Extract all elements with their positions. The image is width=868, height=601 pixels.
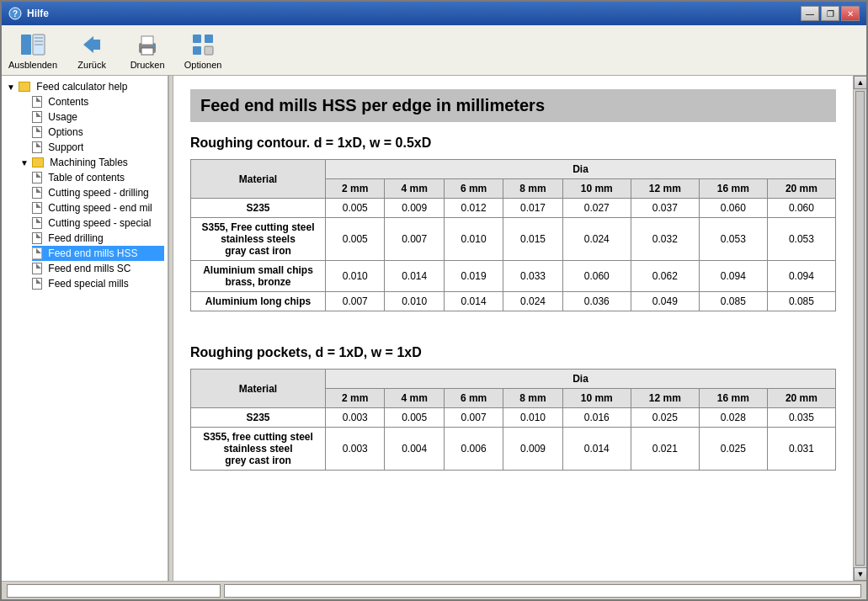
value-cell: 0.017 xyxy=(503,199,562,218)
toc-doc-icon xyxy=(32,172,42,183)
tree-item-usage[interactable]: Usage xyxy=(19,109,164,125)
value-cell: 0.009 xyxy=(385,199,444,218)
section-2-heading: Roughing pockets, d = 1xD, w = 1xD xyxy=(190,345,836,360)
root-label: Feed calculator help xyxy=(36,81,127,93)
value-cell: 0.025 xyxy=(631,408,699,428)
value-cell: 0.036 xyxy=(562,292,631,311)
col-header: 12 mm xyxy=(631,389,699,408)
scroll-up-button[interactable]: ▲ xyxy=(854,76,866,89)
value-cell: 0.010 xyxy=(503,408,562,428)
optionen-label: Optionen xyxy=(184,60,222,70)
tree-item-feed-end-hss[interactable]: Feed end mills HSS xyxy=(32,246,164,261)
drucken-label: Drucken xyxy=(130,60,165,70)
col-header: 12 mm xyxy=(631,179,699,199)
options-label: Options xyxy=(48,126,83,138)
svg-rect-14 xyxy=(205,35,213,43)
zurueck-button[interactable]: Zurück xyxy=(71,31,113,70)
value-cell: 0.007 xyxy=(326,292,385,311)
scroll-down-button[interactable]: ▼ xyxy=(854,567,866,581)
tree-item-table-contents[interactable]: Table of contents xyxy=(32,170,164,185)
zurueck-label: Zurück xyxy=(77,60,106,70)
tree-item-feed-end-sc[interactable]: Feed end mills SC xyxy=(32,261,164,276)
contents-doc-icon xyxy=(32,96,42,108)
tree-root[interactable]: ▼ Feed calculator help xyxy=(5,79,164,94)
tree-item-feed-drilling[interactable]: Feed drilling xyxy=(32,231,164,246)
value-cell: 0.004 xyxy=(385,428,444,471)
minimize-button[interactable]: — xyxy=(801,6,819,21)
tree-item-contents[interactable]: Contents xyxy=(19,94,164,109)
value-cell: 0.060 xyxy=(767,199,835,218)
drucken-button[interactable]: Drucken xyxy=(126,31,168,70)
toc-label: Table of contents xyxy=(48,172,125,183)
value-cell: 0.085 xyxy=(699,292,767,311)
root-folder-icon xyxy=(19,82,30,92)
section-1-heading: Roughing contour. d = 1xD, w = 0.5xD xyxy=(190,136,836,151)
material-cell: S235 xyxy=(191,199,326,218)
material-cell: S235 xyxy=(191,408,326,428)
main-window: ? Hilfe — ❐ ✕ Ausblenden xyxy=(0,0,868,601)
value-cell: 0.060 xyxy=(562,261,631,292)
main-area: ▼ Feed calculator help Contents Usage xyxy=(2,76,866,581)
root-toggle[interactable]: ▼ xyxy=(5,81,17,93)
statusbar-part-1 xyxy=(7,584,221,598)
tree-item-feed-special[interactable]: Feed special mills xyxy=(32,276,164,291)
value-cell: 0.028 xyxy=(699,408,767,428)
value-cell: 0.019 xyxy=(444,261,503,292)
optionen-icon xyxy=(189,31,216,58)
col-header: 16 mm xyxy=(699,389,767,408)
feed-end-hss-icon xyxy=(32,247,42,259)
tree-item-cutting-end[interactable]: Cutting speed - end mil xyxy=(32,200,164,215)
tree-panel: ▼ Feed calculator help Contents Usage xyxy=(2,76,168,581)
close-button[interactable]: ✕ xyxy=(841,6,860,21)
col-header: 20 mm xyxy=(767,389,835,408)
contents-label: Contents xyxy=(48,96,88,108)
ausblenden-icon xyxy=(19,31,46,58)
value-cell: 0.014 xyxy=(385,261,444,292)
tree-item-cutting-special[interactable]: Cutting speed - special xyxy=(32,215,164,231)
ausblenden-button[interactable]: Ausblenden xyxy=(8,31,57,70)
svg-rect-16 xyxy=(205,46,213,55)
scrollbar: ▲ ▼ xyxy=(853,76,866,581)
options-spacer xyxy=(19,126,30,138)
value-cell: 0.010 xyxy=(444,218,503,261)
machining-toggle[interactable]: ▼ xyxy=(19,157,30,168)
support-label: Support xyxy=(48,141,83,153)
title-bar-left: ? Hilfe xyxy=(8,7,49,20)
col-header: 4 mm xyxy=(385,179,444,199)
svg-marker-7 xyxy=(83,36,93,53)
col-header: 10 mm xyxy=(562,179,631,199)
options-doc-icon xyxy=(32,126,42,138)
maximize-button[interactable]: ❐ xyxy=(821,6,839,21)
machining-tables-label: Machining Tables xyxy=(50,157,128,168)
value-cell: 0.012 xyxy=(444,199,503,218)
window-controls: — ❐ ✕ xyxy=(801,6,860,21)
value-cell: 0.053 xyxy=(767,218,835,261)
tree-item-cutting-drilling[interactable]: Cutting speed - drilling xyxy=(32,185,164,200)
value-cell: 0.094 xyxy=(767,261,835,292)
optionen-button[interactable]: Optionen xyxy=(182,31,224,70)
section-1: Roughing contour. d = 1xD, w = 0.5xD Mat… xyxy=(190,136,836,311)
value-cell: 0.024 xyxy=(562,218,631,261)
table-row: S2350.0050.0090.0120.0170.0270.0370.0600… xyxy=(191,199,836,218)
section-2: Roughing pockets, d = 1xD, w = 1xD Mater… xyxy=(190,345,836,471)
value-cell: 0.032 xyxy=(631,218,699,261)
cutting-drilling-label: Cutting speed - drilling xyxy=(48,187,148,199)
value-cell: 0.014 xyxy=(444,292,503,311)
value-cell: 0.005 xyxy=(326,199,385,218)
table-row: S355, free cutting steelstainless steelg… xyxy=(191,428,836,471)
feed-end-sc-icon xyxy=(32,263,42,274)
tree-item-support[interactable]: Support xyxy=(19,140,164,155)
machining-children: Table of contents Cutting speed - drilli… xyxy=(19,170,164,291)
svg-rect-10 xyxy=(141,36,153,45)
tree-item-machining-tables[interactable]: ▼ Machining Tables xyxy=(19,155,164,170)
tree-item-options[interactable]: Options xyxy=(19,125,164,140)
section-1-table: Material Dia 2 mm4 mm6 mm8 mm10 mm12 mm1… xyxy=(190,159,836,311)
value-cell: 0.007 xyxy=(444,408,503,428)
value-cell: 0.015 xyxy=(503,218,562,261)
col-header: 20 mm xyxy=(767,179,835,199)
value-cell: 0.025 xyxy=(699,428,767,471)
value-cell: 0.021 xyxy=(631,428,699,471)
scroll-thumb[interactable] xyxy=(855,91,865,566)
col-header: 8 mm xyxy=(503,389,562,408)
col-header: 4 mm xyxy=(385,389,444,408)
